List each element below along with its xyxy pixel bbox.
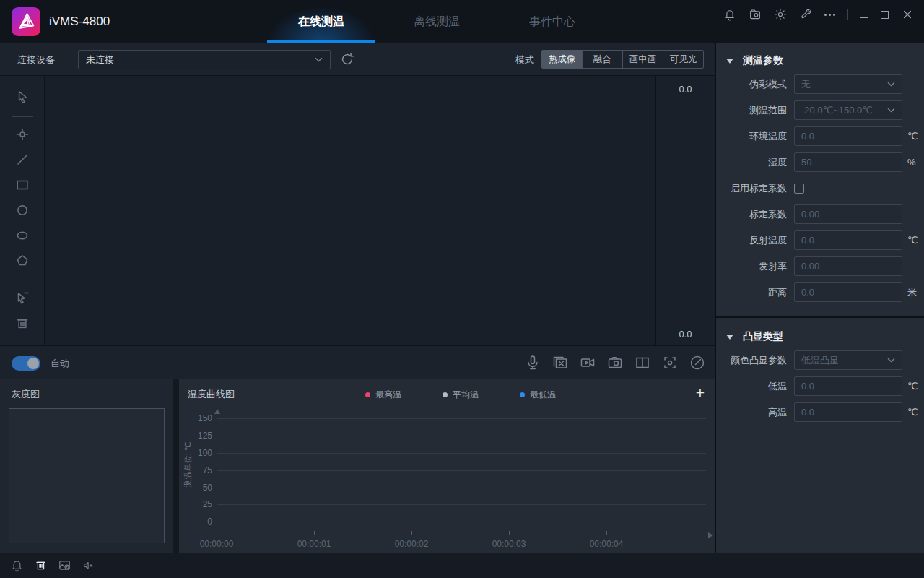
settings-gear-icon[interactable]	[774, 8, 787, 21]
color-highlight-select[interactable]: 低温凸显	[794, 350, 902, 370]
cursor-remove-icon[interactable]	[14, 290, 30, 306]
grayscale-panel: 灰度图	[0, 379, 173, 553]
close-all-icon[interactable]	[552, 354, 569, 371]
temperature-scale-strip: 0.0 0.0	[655, 76, 715, 345]
point-measure-icon[interactable]	[14, 126, 30, 142]
pseudo-color-select[interactable]: 无	[794, 74, 902, 94]
maximize-icon[interactable]	[881, 11, 889, 19]
highlight-section-header[interactable]: 凸显类型	[716, 329, 924, 344]
unit-label: ℃	[907, 131, 918, 142]
chart-title: 温度曲线图	[188, 388, 235, 401]
rect-measure-icon[interactable]	[14, 177, 30, 193]
polygon-measure-icon[interactable]	[14, 253, 30, 269]
add-chart-button[interactable]: +	[696, 384, 705, 402]
app-logo	[12, 7, 40, 36]
split-view-icon[interactable]	[634, 354, 651, 371]
mode-pip-button[interactable]: 画中画	[622, 50, 663, 69]
trash-icon[interactable]	[14, 315, 30, 331]
x-tickmark	[509, 531, 510, 535]
window-controls	[723, 6, 914, 23]
collapse-triangle-icon	[726, 59, 733, 64]
high-temp-input[interactable]	[794, 402, 902, 422]
calibration-coef-input[interactable]	[794, 204, 902, 224]
grayscale-image-box	[9, 408, 165, 543]
microphone-icon[interactable]	[524, 354, 541, 371]
humidity-input[interactable]	[794, 152, 902, 172]
circle-measure-icon[interactable]	[14, 202, 30, 218]
reflect-temp-input[interactable]	[794, 230, 902, 250]
snapshot-camera-icon[interactable]	[606, 354, 624, 371]
image-disabled-icon[interactable]	[58, 558, 71, 572]
param-row: 反射温度 ℃	[716, 230, 924, 250]
chevron-down-icon	[887, 82, 895, 87]
legend-label-max: 最高温	[375, 389, 401, 401]
x-tickmark	[606, 531, 607, 535]
y-tick: 50	[185, 483, 212, 493]
connect-device-label: 连接设备	[17, 43, 55, 76]
y-tick: 25	[185, 499, 212, 509]
dial-icon[interactable]	[689, 354, 706, 371]
auto-toggle[interactable]	[12, 356, 40, 371]
video-preview-area[interactable]: 0.0 0.0	[45, 76, 715, 345]
auto-focus-icon[interactable]	[661, 354, 679, 371]
unit-label: ℃	[907, 381, 918, 392]
param-row: 标定系数	[716, 204, 924, 224]
legend-label-avg: 平均温	[453, 389, 479, 401]
legend-min-temp[interactable]: 最低温	[520, 389, 556, 401]
mode-visible-button[interactable]: 可见光	[663, 50, 704, 69]
param-label: 环境温度	[716, 130, 787, 143]
y-tick: 150	[185, 413, 212, 423]
close-icon[interactable]	[901, 8, 914, 21]
bell-icon[interactable]	[723, 8, 736, 21]
unit-label: ℃	[907, 407, 918, 418]
legend-dot-avg	[443, 392, 448, 397]
y-tick: 75	[185, 465, 212, 475]
param-label: 发射率	[716, 260, 787, 273]
select-value: -20.0℃~150.0℃	[801, 105, 887, 116]
capture-folder-icon[interactable]	[749, 8, 762, 21]
status-bar	[0, 553, 924, 578]
record-icon[interactable]	[579, 354, 596, 371]
alarm-bell-icon[interactable]	[10, 558, 24, 572]
tab-event-center[interactable]: 事件中心	[498, 0, 606, 43]
ambient-temp-input[interactable]	[794, 126, 902, 146]
mode-fusion-button[interactable]: 融合	[582, 50, 623, 69]
refresh-icon[interactable]	[339, 51, 355, 67]
gridline	[217, 436, 706, 436]
param-row: 低温 ℃	[716, 376, 924, 396]
device-select[interactable]: 未连接	[78, 50, 331, 69]
emissivity-input[interactable]	[794, 256, 902, 276]
y-axis-arrow-icon	[214, 409, 220, 414]
settings-sidebar: 测温参数 伪彩模式 无 测温范围 -20.0℃~150.0℃ 环境温度 ℃ 湿度…	[715, 43, 924, 553]
gridline	[217, 470, 706, 471]
grayscale-title: 灰度图	[12, 388, 40, 401]
stage-actions	[524, 354, 706, 371]
ellipse-measure-icon[interactable]	[14, 228, 30, 243]
scale-min-value: 0.0	[656, 329, 715, 340]
audio-muted-icon[interactable]	[82, 558, 95, 572]
param-row: 启用标定系数	[716, 178, 924, 198]
cursor-select-icon[interactable]	[14, 90, 30, 105]
legend-avg-temp[interactable]: 平均温	[443, 389, 479, 401]
param-row: 环境温度 ℃	[716, 126, 924, 146]
gridline	[217, 453, 706, 454]
enable-calibration-checkbox[interactable]	[794, 184, 804, 194]
temp-range-select[interactable]: -20.0℃~150.0℃	[794, 100, 902, 120]
mode-switcher: 热成像 融合 画中画 可见光	[541, 50, 704, 69]
line-measure-icon[interactable]	[14, 152, 30, 168]
window-controls-separator	[847, 9, 848, 20]
minimize-icon[interactable]	[860, 17, 868, 18]
legend-max-temp[interactable]: 最高温	[365, 389, 401, 401]
params-section-header[interactable]: 测温参数	[716, 53, 924, 68]
clear-trash-icon[interactable]	[34, 558, 48, 572]
more-icon[interactable]	[824, 8, 835, 21]
tab-offline-thermography[interactable]: 离线测温	[383, 0, 491, 43]
low-temp-input[interactable]	[794, 376, 902, 396]
distance-input[interactable]	[794, 282, 902, 302]
app-title: iVMS-4800	[49, 0, 110, 43]
unit-label: ℃	[907, 235, 918, 246]
mode-thermal-button[interactable]: 热成像	[541, 50, 583, 69]
param-label: 高温	[716, 406, 787, 419]
wrench-icon[interactable]	[799, 8, 812, 21]
tab-online-thermography[interactable]: 在线测温	[267, 0, 375, 43]
